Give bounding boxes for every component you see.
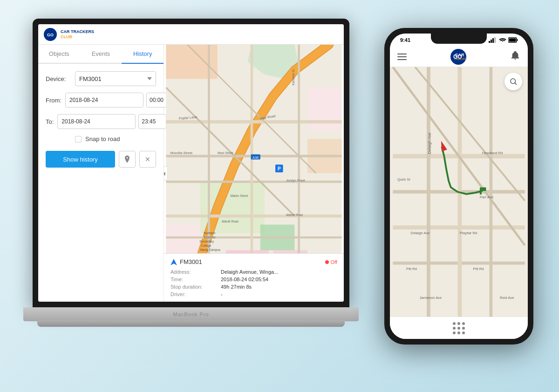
svg-rect-9 [307, 88, 342, 130]
collapse-panel-button[interactable]: ◀ [164, 166, 168, 180]
dot-9 [462, 331, 465, 334]
dot-2 [457, 322, 460, 325]
svg-rect-43 [480, 187, 482, 194]
svg-text:Pitt Rd: Pitt Rd [406, 267, 417, 271]
tabs: Objects Events History [38, 45, 164, 64]
logo-text: CAR TRACKERS CLUB [61, 29, 94, 40]
snap-label: Snap to road [85, 135, 120, 142]
svg-text:Secondary: Secondary [199, 240, 214, 243]
svg-text:Reid Ave: Reid Ave [500, 296, 514, 300]
popup-time-value: 2018-08-24 02:05:54 [221, 277, 337, 282]
svg-text:Delaigh Ave: Delaigh Ave [411, 231, 430, 235]
device-select[interactable]: FM3001 [75, 71, 156, 86]
popup-title-row: FM3001 Off [170, 258, 337, 265]
svg-rect-36 [517, 39, 518, 41]
device-field-row: Device: FM3001 [46, 71, 156, 86]
popup-details: Address: Delaigh Avenue, Winga... Time: … [170, 269, 337, 297]
map-area: ◀ [164, 45, 344, 302]
svg-text:Jocelyn Street: Jocelyn Street [286, 179, 305, 182]
phone-status-icons [489, 37, 518, 43]
to-field-row: To: ▼ [46, 114, 156, 129]
notifications-button[interactable] [510, 50, 520, 63]
svg-text:Abbott Road: Abbott Road [222, 220, 239, 223]
device-info-popup: FM3001 Off Address: Delaigh Avenue, Wing… [164, 253, 344, 302]
dot-3 [462, 322, 465, 325]
phone-time: 9:41 [400, 37, 410, 43]
to-date-group: ▼ [57, 114, 178, 129]
tab-history[interactable]: History [122, 45, 164, 63]
to-date-input[interactable] [57, 114, 136, 129]
svg-text:College: College [201, 244, 211, 248]
phone-logo-icon: CAR TRACKERS GO [450, 48, 467, 65]
phone-search-button[interactable] [504, 73, 522, 90]
svg-text:Quirk St: Quirk St [397, 177, 410, 182]
svg-text:West Street: West Street [218, 151, 233, 155]
phone-map: Delaigh Ave Headland Rd Parr Ave Quirk S… [390, 67, 528, 317]
battery-icon [508, 37, 518, 43]
laptop-screen: GO CAR TRACKERS CLUB Objects [38, 24, 344, 302]
popup-duration-label: Stop duration: [170, 284, 217, 290]
phone-app-header: CAR TRACKERS GO [390, 47, 528, 67]
popup-time-label: Time: [170, 277, 217, 282]
svg-text:Pitt Rd: Pitt Rd [473, 267, 484, 271]
svg-text:P: P [278, 166, 281, 171]
svg-text:Playfair Rd: Playfair Rd [460, 231, 477, 235]
svg-text:GO: GO [47, 33, 54, 37]
phone-device: 9:41 [384, 28, 533, 345]
phone-map-canvas: Delaigh Ave Headland Rd Parr Ave Quirk S… [390, 67, 528, 317]
signal-icon [489, 37, 497, 43]
hamburger-menu-button[interactable] [397, 54, 407, 60]
svg-text:Delaigh Ave: Delaigh Ave [427, 133, 432, 154]
dot-7 [453, 331, 456, 334]
status-dot [325, 260, 329, 264]
app-content: Objects Events History Device: [38, 45, 344, 302]
phone-bottom-nav[interactable] [390, 317, 528, 339]
phone-notch [431, 34, 487, 44]
popup-address-label: Address: [170, 269, 217, 275]
to-label: To: [46, 118, 54, 125]
dot-5 [457, 327, 460, 330]
svg-text:Manly Campus: Manly Campus [200, 248, 220, 252]
clear-button[interactable]: ✕ [139, 151, 156, 168]
dot-6 [462, 327, 465, 330]
svg-text:Parr Ave: Parr Ave [480, 195, 493, 199]
svg-text:GO: GO [453, 54, 462, 60]
popup-address-value: Delaigh Avenue, Winga... [221, 269, 337, 275]
action-buttons: Show history ✕ [46, 151, 156, 168]
svg-rect-35 [509, 39, 516, 42]
popup-driver-value: - [221, 291, 337, 297]
phone-body: 9:41 [384, 28, 533, 345]
pin-button[interactable] [119, 151, 136, 168]
svg-text:Northern: Northern [204, 231, 215, 235]
snap-row: Snap to road [46, 135, 156, 142]
logo-circle: GO [44, 28, 57, 41]
app-menu-grid[interactable] [453, 322, 465, 334]
svg-rect-31 [491, 40, 492, 43]
show-history-button[interactable]: Show history [46, 151, 115, 168]
tab-events[interactable]: Events [80, 45, 122, 63]
to-time-input[interactable] [138, 114, 166, 129]
svg-rect-32 [492, 38, 494, 43]
from-date-input[interactable] [65, 93, 143, 108]
laptop-bezel: GO CAR TRACKERS CLUB Objects [33, 19, 349, 307]
phone-logo: CAR TRACKERS GO [450, 48, 467, 65]
device-label: Device: [46, 75, 71, 82]
popup-driver-label: Driver: [170, 291, 217, 297]
svg-rect-30 [489, 41, 490, 43]
svg-text:A38: A38 [252, 155, 259, 160]
svg-text:Jamieson Ave: Jamieson Ave [420, 296, 442, 300]
snap-checkbox[interactable] [75, 136, 82, 142]
svg-text:Abbott Road: Abbott Road [286, 213, 303, 216]
svg-text:Karrabee St: Karrabee St [292, 69, 295, 86]
popup-duration-value: 49h 27min 8s [221, 284, 337, 290]
laptop-foot [37, 320, 345, 327]
popup-device-name: FM3001 [170, 258, 202, 265]
tab-objects[interactable]: Objects [38, 45, 80, 63]
svg-text:Makim Street: Makim Street [230, 194, 248, 197]
svg-text:Headland Rd: Headland Rd [482, 151, 503, 155]
dot-1 [453, 322, 456, 325]
laptop-device: GO CAR TRACKERS CLUB Objects [23, 19, 359, 372]
app-header: GO CAR TRACKERS CLUB [38, 24, 344, 45]
svg-rect-44 [482, 187, 486, 191]
history-form: Device: FM3001 From: ▼ [38, 64, 164, 175]
